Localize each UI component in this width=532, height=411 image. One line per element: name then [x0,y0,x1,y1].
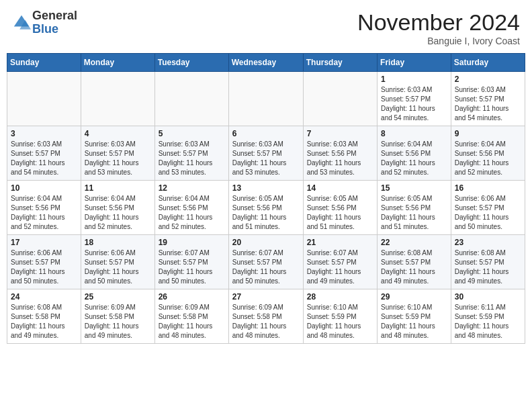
calendar-cell: 8 Sunrise: 6:04 AMSunset: 5:56 PMDayligh… [378,126,451,181]
weekday-header-row: SundayMondayTuesdayWednesdayThursdayFrid… [7,54,525,72]
day-number: 17 [11,238,77,247]
day-number: 23 [455,238,521,247]
calendar-cell: 6 Sunrise: 6:03 AMSunset: 5:57 PMDayligh… [228,126,303,181]
day-number: 20 [232,238,300,247]
day-number: 11 [85,183,151,193]
title-block: November 2024 Banguie I, Ivory Coast [357,9,520,46]
calendar-cell: 24 Sunrise: 6:08 AMSunset: 5:58 PMDaylig… [7,289,81,344]
calendar-cell: 9 Sunrise: 6:04 AMSunset: 5:56 PMDayligh… [451,126,525,181]
weekday-header-sunday: Sunday [7,54,81,72]
day-info: Sunrise: 6:03 AMSunset: 5:57 PMDaylight:… [455,86,509,122]
day-info: Sunrise: 6:05 AMSunset: 5:56 PMDaylight:… [307,195,361,230]
day-info: Sunrise: 6:06 AMSunset: 5:57 PMDaylight:… [455,195,509,230]
week-row-1: 1 Sunrise: 6:03 AMSunset: 5:57 PMDayligh… [7,72,525,126]
calendar-cell: 5 Sunrise: 6:03 AMSunset: 5:57 PMDayligh… [154,126,228,181]
day-info: Sunrise: 6:04 AMSunset: 5:56 PMDaylight:… [159,195,213,230]
calendar-cell: 16 Sunrise: 6:06 AMSunset: 5:57 PMDaylig… [451,181,525,235]
calendar-cell: 20 Sunrise: 6:07 AMSunset: 5:57 PMDaylig… [228,235,303,289]
day-info: Sunrise: 6:09 AMSunset: 5:58 PMDaylight:… [85,304,139,339]
weekday-header-wednesday: Wednesday [228,54,303,72]
day-number: 12 [159,183,225,193]
day-info: Sunrise: 6:06 AMSunset: 5:57 PMDaylight:… [85,249,139,285]
day-info: Sunrise: 6:04 AMSunset: 5:56 PMDaylight:… [85,195,139,230]
weekday-header-thursday: Thursday [303,54,377,72]
day-number: 15 [381,183,447,193]
calendar-cell: 30 Sunrise: 6:11 AMSunset: 5:59 PMDaylig… [451,289,525,344]
day-info: Sunrise: 6:11 AMSunset: 5:59 PMDaylight:… [455,304,509,339]
calendar-cell: 13 Sunrise: 6:05 AMSunset: 5:56 PMDaylig… [228,181,303,235]
day-number: 6 [232,129,300,138]
week-row-4: 17 Sunrise: 6:06 AMSunset: 5:57 PMDaylig… [7,235,525,289]
day-number: 26 [159,292,225,302]
day-info: Sunrise: 6:08 AMSunset: 5:58 PMDaylight:… [11,304,65,339]
weekday-header-monday: Monday [81,54,154,72]
month-title: November 2024 [357,9,520,36]
week-row-2: 3 Sunrise: 6:03 AMSunset: 5:57 PMDayligh… [7,126,525,181]
location-text: Banguie I, Ivory Coast [357,36,520,46]
day-number: 21 [307,238,373,247]
calendar-cell: 28 Sunrise: 6:10 AMSunset: 5:59 PMDaylig… [303,289,377,344]
day-number: 8 [381,129,447,138]
day-number: 13 [232,183,300,193]
calendar-cell: 11 Sunrise: 6:04 AMSunset: 5:56 PMDaylig… [81,181,154,235]
day-number: 10 [11,183,77,193]
calendar-cell: 7 Sunrise: 6:03 AMSunset: 5:56 PMDayligh… [303,126,377,181]
calendar-cell [154,72,228,126]
day-number: 5 [159,129,225,138]
calendar-cell: 14 Sunrise: 6:05 AMSunset: 5:56 PMDaylig… [303,181,377,235]
day-number: 29 [381,292,447,302]
day-number: 14 [307,183,373,193]
calendar-cell: 21 Sunrise: 6:07 AMSunset: 5:57 PMDaylig… [303,235,377,289]
calendar-cell: 15 Sunrise: 6:05 AMSunset: 5:56 PMDaylig… [378,181,451,235]
logo-general-text: General [32,9,77,23]
day-info: Sunrise: 6:09 AMSunset: 5:58 PMDaylight:… [232,304,287,339]
day-info: Sunrise: 6:08 AMSunset: 5:57 PMDaylight:… [381,249,435,285]
calendar-cell: 10 Sunrise: 6:04 AMSunset: 5:56 PMDaylig… [7,181,81,235]
day-info: Sunrise: 6:10 AMSunset: 5:59 PMDaylight:… [307,304,361,339]
calendar-cell: 29 Sunrise: 6:10 AMSunset: 5:59 PMDaylig… [378,289,451,344]
calendar-cell: 3 Sunrise: 6:03 AMSunset: 5:57 PMDayligh… [7,126,81,181]
day-number: 4 [85,129,151,138]
day-info: Sunrise: 6:07 AMSunset: 5:57 PMDaylight:… [307,249,361,285]
logo-blue-text: Blue [32,23,77,36]
day-info: Sunrise: 6:08 AMSunset: 5:57 PMDaylight:… [455,249,509,285]
calendar-cell [228,72,303,126]
calendar-cell: 22 Sunrise: 6:08 AMSunset: 5:57 PMDaylig… [378,235,451,289]
calendar-cell: 23 Sunrise: 6:08 AMSunset: 5:57 PMDaylig… [451,235,525,289]
day-number: 3 [11,129,77,138]
logo: General Blue [12,9,77,36]
calendar-cell: 25 Sunrise: 6:09 AMSunset: 5:58 PMDaylig… [81,289,154,344]
calendar-cell: 17 Sunrise: 6:06 AMSunset: 5:57 PMDaylig… [7,235,81,289]
day-number: 22 [381,238,447,247]
day-info: Sunrise: 6:09 AMSunset: 5:58 PMDaylight:… [159,304,213,339]
day-info: Sunrise: 6:07 AMSunset: 5:57 PMDaylight:… [232,249,287,285]
day-info: Sunrise: 6:03 AMSunset: 5:57 PMDaylight:… [11,140,65,176]
day-info: Sunrise: 6:10 AMSunset: 5:59 PMDaylight:… [381,304,435,339]
day-number: 24 [11,292,77,302]
day-info: Sunrise: 6:03 AMSunset: 5:57 PMDaylight:… [159,140,213,176]
day-info: Sunrise: 6:03 AMSunset: 5:57 PMDaylight:… [381,86,435,122]
calendar-cell: 4 Sunrise: 6:03 AMSunset: 5:57 PMDayligh… [81,126,154,181]
day-info: Sunrise: 6:03 AMSunset: 5:57 PMDaylight:… [232,140,287,176]
day-info: Sunrise: 6:06 AMSunset: 5:57 PMDaylight:… [11,249,65,285]
day-info: Sunrise: 6:05 AMSunset: 5:56 PMDaylight:… [232,195,287,230]
calendar-cell: 12 Sunrise: 6:04 AMSunset: 5:56 PMDaylig… [154,181,228,235]
day-number: 9 [455,129,521,138]
day-number: 28 [307,292,373,302]
day-number: 19 [159,238,225,247]
day-number: 18 [85,238,151,247]
day-number: 27 [232,292,300,302]
day-info: Sunrise: 6:03 AMSunset: 5:56 PMDaylight:… [307,140,361,176]
weekday-header-saturday: Saturday [451,54,525,72]
calendar-cell: 26 Sunrise: 6:09 AMSunset: 5:58 PMDaylig… [154,289,228,344]
week-row-5: 24 Sunrise: 6:08 AMSunset: 5:58 PMDaylig… [7,289,525,344]
calendar-cell: 19 Sunrise: 6:07 AMSunset: 5:57 PMDaylig… [154,235,228,289]
calendar-cell [81,72,154,126]
day-number: 2 [455,75,521,84]
day-number: 16 [455,183,521,193]
day-number: 7 [307,129,373,138]
calendar-table: SundayMondayTuesdayWednesdayThursdayFrid… [7,53,525,344]
week-row-3: 10 Sunrise: 6:04 AMSunset: 5:56 PMDaylig… [7,181,525,235]
day-info: Sunrise: 6:04 AMSunset: 5:56 PMDaylight:… [381,140,435,176]
day-info: Sunrise: 6:07 AMSunset: 5:57 PMDaylight:… [159,249,213,285]
